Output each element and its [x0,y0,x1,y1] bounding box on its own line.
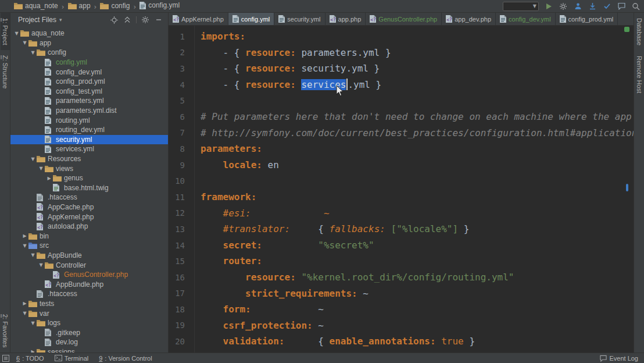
tree-item[interactable]: ▼var [10,308,168,318]
tool-button-favorites[interactable]: 2: Favorites [1,309,10,353]
collapse-arrow-icon[interactable]: ▼ [21,243,28,248]
editor-tab[interactable]: security.yml [274,13,325,25]
inspection-indicator-icon[interactable] [624,27,629,32]
tree-item[interactable]: .gitkeep [10,328,168,337]
search-icon[interactable] [631,2,641,11]
tree-item[interactable]: .htaccess [10,289,168,299]
status-item-todo[interactable]: 6: TODO [16,355,44,362]
chevron-down-icon[interactable]: ▾ [59,17,62,23]
editor-line[interactable]: 2 - { resource: parameters.yml } [169,45,634,61]
run-config-dropdown[interactable]: ▼ [503,2,539,11]
editor-line[interactable]: 3 - { resource: security.yml } [169,61,634,77]
editor-line[interactable]: 18 form: ~ [169,301,634,318]
editor-line[interactable]: 13 #translator: { fallbacks: ["%locale%"… [169,221,634,237]
status-item-terminal[interactable]: Terminal [55,355,89,362]
tree-item[interactable]: parameters.yml.dist [10,106,168,116]
expand-arrow-icon[interactable]: ▶ [21,301,28,306]
tool-button-database[interactable]: Database [635,13,644,51]
editor-tab[interactable]: <?app.php [325,13,366,25]
tree-item[interactable]: ▼Resources [10,154,168,164]
tree-item[interactable]: routing.yml [10,115,168,125]
tree-item[interactable]: ▼views [10,163,168,173]
editor-tab[interactable]: <?AppKernel.php [169,13,228,25]
tree-item[interactable]: <?AppCache.php [10,202,168,212]
tool-button-structure[interactable]: Z: Structure [1,50,10,94]
expand-arrow-icon[interactable]: ▶ [21,233,28,239]
editor-line[interactable]: 5 [169,92,634,109]
breadcrumb-item[interactable]: aqua_note [14,2,58,10]
tree-item[interactable]: ▼AppBundle [10,251,168,261]
scrollbar-mark[interactable] [626,184,628,191]
expand-arrow-icon[interactable]: ▶ [45,176,53,181]
tool-button-remotehost[interactable]: Remote Host [635,51,644,98]
editor-tab[interactable]: <?GenusController.php [366,13,442,25]
tree-item[interactable]: config.yml [10,58,168,67]
tree-item[interactable]: ▼config [10,48,168,58]
panel-title[interactable]: Project Files [18,16,56,24]
collapse-arrow-icon[interactable]: ▼ [29,50,37,55]
tree-item[interactable]: <?autoload.php [10,222,168,232]
tree-item[interactable]: ▼aqua_note [10,29,168,38]
editor-line[interactable]: 10 [169,173,634,189]
editor-line[interactable]: 6# Put parameters here that don't need t… [169,109,634,125]
tree-item[interactable]: ▶bin [10,231,168,241]
collapse-arrow-icon[interactable]: ▼ [21,40,28,45]
tree-item[interactable]: ▶tests [10,299,168,309]
tree-item[interactable]: config_test.yml [10,87,168,97]
editor-line[interactable]: 8parameters: [169,141,634,157]
vcs-update-icon[interactable] [588,2,597,11]
run-icon[interactable] [544,2,553,11]
collapse-arrow-icon[interactable]: ▼ [21,311,28,316]
status-item-versioncontrol[interactable]: 9: Version Control [99,355,152,362]
tree-item[interactable]: config_prod.yml [10,77,168,87]
collapse-arrow-icon[interactable]: ▼ [37,262,45,268]
editor-line[interactable]: 14 secret: "%secret%" [169,237,634,254]
tree-item[interactable]: config_dev.yml [10,67,168,77]
editor-line[interactable]: 15 router: [169,253,634,269]
collapse-arrow-icon[interactable]: ▼ [29,156,37,162]
collapse-arrow-icon[interactable]: ▼ [37,166,45,171]
editor-tab[interactable]: <?app_dev.php [442,13,496,25]
editor-line[interactable]: 16 resource: "%kernel.root_dir%/config/r… [169,269,634,286]
tree-item[interactable]: .htaccess [10,193,168,202]
tree-item[interactable]: ▼app [10,38,168,48]
tree-item[interactable]: routing_dev.yml [10,125,168,135]
editor-tab[interactable]: config_dev.yml [496,13,556,25]
breadcrumb-item[interactable]: config.yml [139,1,180,9]
messages-icon[interactable] [617,2,626,11]
vcs-commit-icon[interactable] [602,2,611,11]
collapse-arrow-icon[interactable]: ▼ [29,252,37,258]
tree-item[interactable]: ▼logs [10,318,168,328]
tree-item[interactable]: security.yml [10,135,168,145]
tree-item[interactable]: <?AppKernel.php [10,212,168,222]
breadcrumb-item[interactable]: config [100,2,130,10]
editor-line[interactable]: 19 csrf_protection: ~ [169,318,634,334]
collapse-all-icon[interactable] [123,15,132,24]
editor-line[interactable]: 11framework: [169,189,634,205]
editor-tab[interactable]: config.yml [228,13,275,25]
tool-button-project[interactable]: 1: Project [1,13,10,50]
tree-item[interactable]: ▼src [10,241,168,251]
tree-item[interactable]: ▶sessions [10,347,168,353]
editor-line[interactable]: 20 validation: { enable_annotations: tru… [169,333,634,350]
collapse-arrow-icon[interactable]: ▼ [13,31,20,36]
user-icon[interactable] [573,2,582,11]
editor[interactable]: 1imports:2 - { resource: parameters.yml … [169,26,634,353]
tree-item[interactable]: services.yml [10,144,168,154]
settings-icon[interactable] [559,2,568,11]
status-item-eventlog[interactable]: Event Log [600,355,638,362]
tree-item[interactable]: <?AppBundle.php [10,279,168,289]
editor-line[interactable]: 7# http://symfony.com/doc/current/best_p… [169,125,634,141]
tree-item[interactable]: base.html.twig [10,183,168,193]
tree-item[interactable]: ▶genus [10,173,168,183]
tool-window-switcher-icon[interactable] [2,355,9,362]
collapse-arrow-icon[interactable]: ▼ [29,321,37,326]
editor-line[interactable]: 4 - { resource: services.yml } [169,77,634,93]
editor-line[interactable]: 17 strict_requirements: ~ [169,286,634,302]
tree-item[interactable]: dev.log [10,337,168,347]
tree-item[interactable]: ▼Controller [10,260,168,270]
editor-line[interactable]: 9 locale: en [169,157,634,173]
settings-icon[interactable] [141,15,150,24]
editor-tab[interactable]: config_prod.yml [556,13,618,25]
tree-item[interactable]: <?GenusController.php [10,270,168,280]
